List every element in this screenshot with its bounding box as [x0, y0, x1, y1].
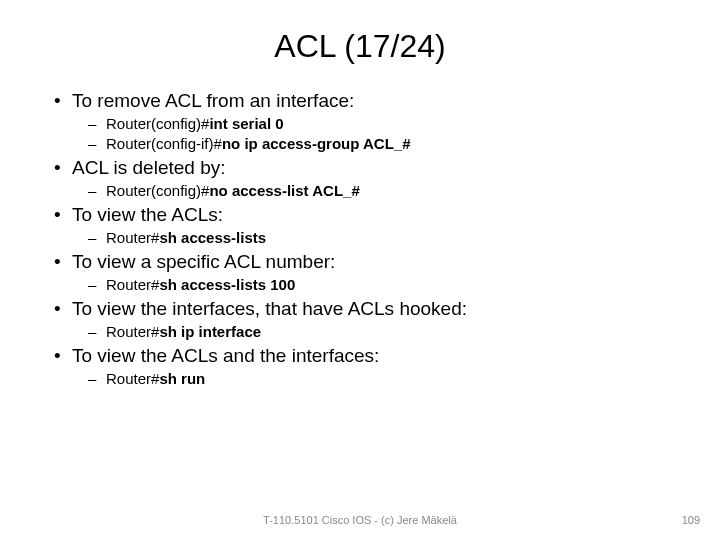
bullet-5-text: To view the interfaces, that have ACLs h…	[72, 298, 467, 319]
bullet-3-text: To view the ACLs:	[72, 204, 223, 225]
cmd-bold: sh run	[159, 370, 205, 387]
bullet-2-text: ACL is deleted by:	[72, 157, 226, 178]
bullet-4-text: To view a specific ACL number:	[72, 251, 335, 272]
page-number: 109	[682, 514, 700, 526]
bullet-6-sub-1: Router#sh run	[106, 369, 670, 389]
bullet-3-sub-1: Router#sh access-lists	[106, 228, 670, 248]
cmd-bold: no access-list ACL_#	[209, 182, 359, 199]
bullet-4: To view a specific ACL number: Router#sh…	[72, 250, 670, 295]
cmd-prefix: Router#	[106, 276, 159, 293]
bullet-1-text: To remove ACL from an interface:	[72, 90, 354, 111]
cmd-prefix: Router(config)#	[106, 115, 209, 132]
bullet-6: To view the ACLs and the interfaces: Rou…	[72, 344, 670, 389]
cmd-bold: sh access-lists 100	[159, 276, 295, 293]
content-list: To remove ACL from an interface: Router(…	[50, 89, 670, 389]
bullet-3: To view the ACLs: Router#sh access-lists	[72, 203, 670, 248]
bullet-5-sub-1: Router#sh ip interface	[106, 322, 670, 342]
cmd-prefix: Router(config-if)#	[106, 135, 222, 152]
bullet-1-sub-1: Router(config)#int serial 0	[106, 114, 670, 134]
slide-title: ACL (17/24)	[50, 28, 670, 65]
cmd-bold: sh access-lists	[159, 229, 266, 246]
cmd-prefix: Router#	[106, 370, 159, 387]
cmd-bold: no ip access-group ACL_#	[222, 135, 411, 152]
bullet-2-sub-1: Router(config)#no access-list ACL_#	[106, 181, 670, 201]
cmd-bold: sh ip interface	[159, 323, 261, 340]
bullet-6-text: To view the ACLs and the interfaces:	[72, 345, 379, 366]
cmd-prefix: Router#	[106, 229, 159, 246]
bullet-1-sub-2: Router(config-if)#no ip access-group ACL…	[106, 134, 670, 154]
bullet-4-sub-1: Router#sh access-lists 100	[106, 275, 670, 295]
cmd-prefix: Router(config)#	[106, 182, 209, 199]
bullet-2: ACL is deleted by: Router(config)#no acc…	[72, 156, 670, 201]
footer-text: T-110.5101 Cisco IOS - (c) Jere Mäkelä	[0, 514, 720, 526]
bullet-5: To view the interfaces, that have ACLs h…	[72, 297, 670, 342]
bullet-1: To remove ACL from an interface: Router(…	[72, 89, 670, 154]
cmd-prefix: Router#	[106, 323, 159, 340]
cmd-bold: int serial 0	[209, 115, 283, 132]
